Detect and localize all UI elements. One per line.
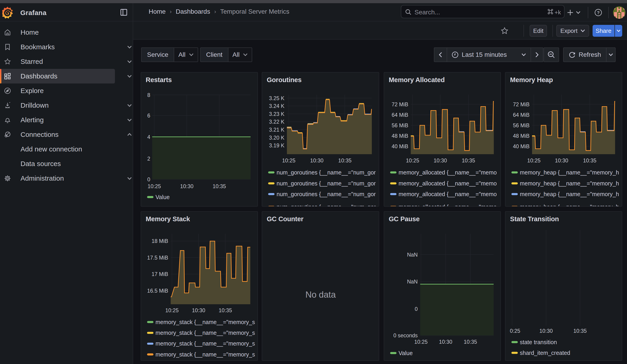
svg-text:10:30: 10:30 [310, 157, 323, 163]
svg-text:72 MiB: 72 MiB [392, 102, 408, 107]
svg-text:memory_allocated {__name__="me: memory_allocated {__name__="memo [399, 180, 497, 187]
svg-text:0:25: 0:25 [510, 328, 520, 334]
svg-text:num_goroutines {__name__="num_: num_goroutines {__name__="num_gor [277, 169, 376, 176]
svg-text:10:25: 10:25 [406, 157, 419, 163]
svg-text:4: 4 [147, 134, 150, 140]
svg-text:72 MiB: 72 MiB [513, 102, 530, 107]
svg-text:17.5 MiB: 17.5 MiB [147, 255, 168, 261]
svg-text:10:25: 10:25 [165, 308, 179, 313]
svg-text:10:30: 10:30 [439, 339, 452, 345]
svg-text:memory_stack {__name__="memory: memory_stack {__name__="memory_s [156, 340, 255, 347]
svg-text:10:25: 10:25 [414, 339, 428, 345]
svg-text:?: ? [597, 10, 600, 15]
svg-text:40 MiB: 40 MiB [513, 144, 530, 149]
svg-text:10:35: 10:35 [464, 339, 477, 345]
svg-text:Value: Value [156, 194, 170, 200]
svg-text:3.19 K: 3.19 K [269, 143, 285, 149]
svg-text:state transition: state transition [520, 339, 557, 345]
svg-text:0: 0 [415, 306, 418, 312]
svg-text:10:30: 10:30 [434, 157, 447, 163]
svg-text:No data: No data [305, 290, 336, 300]
svg-text:shard_item_created: shard_item_created [520, 350, 570, 356]
svg-text:8: 8 [147, 92, 150, 98]
svg-text:10:35: 10:35 [338, 157, 352, 163]
svg-text:memory_heap {__name__="memory_: memory_heap {__name__="memory_h [520, 169, 619, 176]
svg-text:Value: Value [399, 350, 413, 356]
svg-text:memory_stack {__name__="memory: memory_stack {__name__="memory_s [156, 319, 255, 325]
svg-text:NaN: NaN [407, 279, 418, 285]
svg-text:64 MiB: 64 MiB [513, 112, 530, 118]
svg-text:17 MiB: 17 MiB [152, 271, 168, 277]
svg-text:10:35: 10:35 [213, 183, 226, 189]
svg-text:2: 2 [147, 156, 150, 162]
svg-text:48 MiB: 48 MiB [392, 133, 408, 139]
svg-text:memory_allocated {__name__="me: memory_allocated {__name__="memo [399, 169, 497, 176]
svg-text:0: 0 [147, 177, 150, 182]
svg-text:num_goroutines {__name__="num_: num_goroutines {__name__="num_gor [277, 191, 376, 197]
svg-text:16.5 MiB: 16.5 MiB [147, 288, 168, 294]
svg-text:memory_stack {__name__="memory: memory_stack {__name__="memory_s [156, 351, 255, 358]
svg-text:memory_heap {__name__="memory_: memory_heap {__name__="memory_h [520, 180, 619, 187]
svg-text:3.20 K: 3.20 K [269, 135, 285, 141]
svg-text:10:25: 10:25 [527, 157, 541, 163]
svg-text:10:35: 10:35 [219, 308, 232, 313]
svg-text:3.22 K: 3.22 K [269, 119, 285, 125]
svg-text:memory_heap {__name__="memory_: memory_heap {__name__="memory_h [520, 204, 619, 206]
svg-text:64 MiB: 64 MiB [392, 112, 408, 118]
svg-text:NaN: NaN [407, 252, 418, 258]
svg-text:10:30: 10:30 [539, 328, 553, 334]
svg-text:memory_stack {__name__="memory: memory_stack {__name__="memory_s [156, 330, 255, 336]
svg-text:10:35: 10:35 [574, 328, 587, 334]
svg-text:56 MiB: 56 MiB [513, 122, 530, 128]
svg-text:10:30: 10:30 [180, 183, 194, 189]
svg-text:10:30: 10:30 [555, 157, 568, 163]
svg-text:10:35: 10:35 [462, 157, 475, 163]
svg-text:48 MiB: 48 MiB [513, 133, 530, 139]
svg-text:3.25 K: 3.25 K [269, 95, 285, 101]
svg-text:0 seconds: 0 seconds [393, 332, 418, 338]
svg-text:10:25: 10:25 [148, 183, 161, 189]
svg-text:3.21 K: 3.21 K [269, 127, 285, 133]
svg-text:40 MiB: 40 MiB [392, 144, 408, 149]
svg-text:memory_allocated {__name__="me: memory_allocated {__name__="memo [399, 204, 497, 206]
svg-text:10:35: 10:35 [583, 157, 596, 163]
svg-text:6: 6 [147, 113, 150, 119]
svg-text:num_goroutines {__name__="num_: num_goroutines {__name__="num_gor [277, 204, 376, 206]
svg-text:10:30: 10:30 [192, 308, 206, 313]
svg-text:3.23 K: 3.23 K [269, 111, 285, 117]
svg-text:num_goroutines {__name__="num_: num_goroutines {__name__="num_gor [277, 180, 376, 187]
svg-text:56 MiB: 56 MiB [392, 122, 408, 128]
svg-text:3.24 K: 3.24 K [269, 103, 285, 109]
svg-text:18 MiB: 18 MiB [152, 238, 168, 244]
svg-text:memory_allocated {__name__="me: memory_allocated {__name__="memo [399, 191, 497, 197]
svg-text:memory_heap {__name__="memory_: memory_heap {__name__="memory_h [520, 191, 619, 197]
svg-text:10:25: 10:25 [282, 157, 296, 163]
